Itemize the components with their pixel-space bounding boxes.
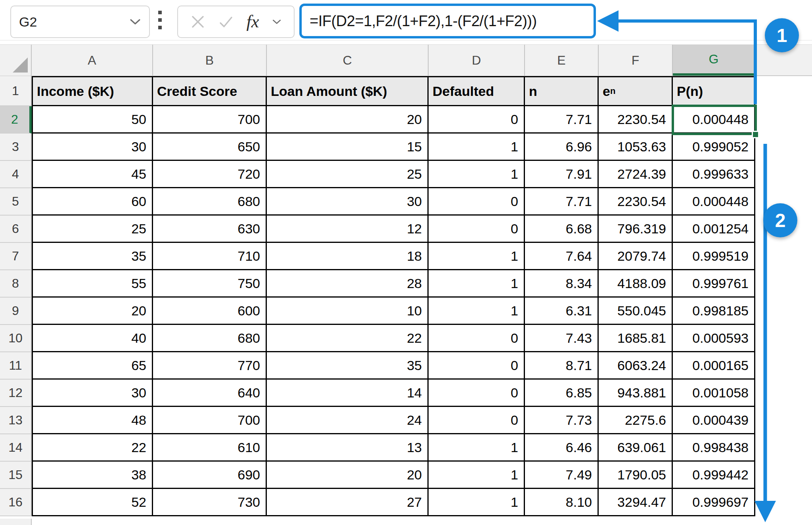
cell-A2[interactable]: 50 <box>33 106 152 132</box>
cell-F4[interactable]: 2724.39 <box>599 161 672 187</box>
cell-A15[interactable]: 38 <box>33 462 152 488</box>
cell-A4[interactable]: 45 <box>33 161 152 187</box>
cell-D5[interactable]: 0 <box>429 188 524 214</box>
insert-function-fx-icon[interactable]: fx <box>247 13 259 31</box>
cell-F13[interactable]: 2275.6 <box>599 407 672 433</box>
cell-B8[interactable]: 750 <box>153 270 266 296</box>
cell-B11[interactable]: 770 <box>153 352 266 378</box>
cell-E7[interactable]: 7.64 <box>525 243 598 269</box>
cell-G15[interactable]: 0.999442 <box>673 462 754 488</box>
cell-F3[interactable]: 1053.63 <box>599 134 672 160</box>
cell-F9[interactable]: 550.045 <box>599 298 672 324</box>
row-header-7[interactable]: 7 <box>0 243 32 270</box>
column-header-D[interactable]: D <box>429 45 525 76</box>
cell-F1[interactable]: en <box>599 77 672 105</box>
cell-F10[interactable]: 1685.81 <box>599 325 672 351</box>
row-header-5[interactable]: 5 <box>0 188 32 216</box>
cell-D13[interactable]: 0 <box>429 407 524 433</box>
cell-F5[interactable]: 2230.54 <box>599 188 672 214</box>
cell-F12[interactable]: 943.881 <box>599 380 672 406</box>
cell-F11[interactable]: 6063.24 <box>599 352 672 378</box>
cell-C10[interactable]: 22 <box>267 325 427 351</box>
cell-B6[interactable]: 630 <box>153 216 266 242</box>
cell-G11[interactable]: 0.000165 <box>673 352 754 378</box>
cell-C6[interactable]: 12 <box>267 216 427 242</box>
cell-D4[interactable]: 1 <box>429 161 524 187</box>
name-box[interactable]: G2 <box>10 6 150 38</box>
cell-E9[interactable]: 6.31 <box>525 298 598 324</box>
row-header-13[interactable]: 13 <box>0 407 32 434</box>
cell-B12[interactable]: 640 <box>153 380 266 406</box>
cell-G1[interactable]: P(n) <box>673 77 754 105</box>
cell-C5[interactable]: 30 <box>267 188 427 214</box>
cell-D11[interactable]: 0 <box>429 352 524 378</box>
cell-B13[interactable]: 700 <box>153 407 266 433</box>
cell-A5[interactable]: 60 <box>33 188 152 214</box>
cell-E11[interactable]: 8.71 <box>525 352 598 378</box>
cell-F2[interactable]: 2230.54 <box>599 106 672 132</box>
cell-D9[interactable]: 1 <box>429 298 524 324</box>
cell-G3[interactable]: 0.999052 <box>673 134 754 160</box>
row-header-14[interactable]: 14 <box>0 434 32 462</box>
cell-E14[interactable]: 6.46 <box>525 434 598 460</box>
column-header-E[interactable]: E <box>525 45 599 76</box>
cell-C15[interactable]: 20 <box>267 462 427 488</box>
cell-A6[interactable]: 25 <box>33 216 152 242</box>
cell-D1[interactable]: Defaulted <box>429 77 524 105</box>
cell-A10[interactable]: 40 <box>33 325 152 351</box>
cell-E12[interactable]: 6.85 <box>525 380 598 406</box>
row-header-16[interactable]: 16 <box>0 489 32 516</box>
cell-G7[interactable]: 0.999519 <box>673 243 754 269</box>
cell-G5[interactable]: 0.000448 <box>673 188 754 214</box>
cell-D7[interactable]: 1 <box>429 243 524 269</box>
cell-C11[interactable]: 35 <box>267 352 427 378</box>
cell-G14[interactable]: 0.998438 <box>673 434 754 460</box>
cell-B5[interactable]: 680 <box>153 188 266 214</box>
cell-F6[interactable]: 796.319 <box>599 216 672 242</box>
cell-B4[interactable]: 720 <box>153 161 266 187</box>
cell-A8[interactable]: 55 <box>33 270 152 296</box>
select-all-button[interactable] <box>0 45 32 76</box>
column-header-B[interactable]: B <box>153 45 267 76</box>
cell-F15[interactable]: 1790.05 <box>599 462 672 488</box>
row-header-12[interactable]: 12 <box>0 380 32 407</box>
cell-E10[interactable]: 7.43 <box>525 325 598 351</box>
fill-handle[interactable] <box>752 131 759 138</box>
row-header-10[interactable]: 10 <box>0 325 32 352</box>
cell-E6[interactable]: 6.68 <box>525 216 598 242</box>
cell-C8[interactable]: 28 <box>267 270 427 296</box>
cell-G13[interactable]: 0.000439 <box>673 407 754 433</box>
cell-B1[interactable]: Credit Score <box>153 77 266 105</box>
cell-B10[interactable]: 680 <box>153 325 266 351</box>
row-header-4[interactable]: 4 <box>0 161 32 188</box>
cell-C1[interactable]: Loan Amount ($K) <box>267 77 427 105</box>
cell-G4[interactable]: 0.999633 <box>673 161 754 187</box>
cell-G16[interactable]: 0.999697 <box>673 489 754 515</box>
cell-A11[interactable]: 65 <box>33 352 152 378</box>
row-header-2[interactable]: 2 <box>0 106 32 134</box>
cancel-entry-x-icon[interactable] <box>190 14 205 29</box>
row-header-3[interactable]: 3 <box>0 134 32 161</box>
cell-A14[interactable]: 22 <box>33 434 152 460</box>
cell-C9[interactable]: 10 <box>267 298 427 324</box>
cell-G2[interactable]: 0.000448 <box>673 106 754 132</box>
cell-A3[interactable]: 30 <box>33 134 152 160</box>
row-header-1[interactable]: 1 <box>0 76 32 106</box>
cell-C3[interactable]: 15 <box>267 134 427 160</box>
cell-C13[interactable]: 24 <box>267 407 427 433</box>
confirm-entry-check-icon[interactable] <box>218 14 234 29</box>
cell-D6[interactable]: 0 <box>429 216 524 242</box>
cell-G8[interactable]: 0.999761 <box>673 270 754 296</box>
row-header-8[interactable]: 8 <box>0 270 32 298</box>
cell-D12[interactable]: 0 <box>429 380 524 406</box>
cell-E8[interactable]: 8.34 <box>525 270 598 296</box>
cell-D8[interactable]: 1 <box>429 270 524 296</box>
cell-A13[interactable]: 48 <box>33 407 152 433</box>
cell-A7[interactable]: 35 <box>33 243 152 269</box>
column-header-F[interactable]: F <box>599 45 673 76</box>
cell-B14[interactable]: 610 <box>153 434 266 460</box>
chevron-down-icon[interactable] <box>272 19 282 25</box>
cell-B2[interactable]: 700 <box>153 106 266 132</box>
cell-G12[interactable]: 0.001058 <box>673 380 754 406</box>
cell-B9[interactable]: 600 <box>153 298 266 324</box>
